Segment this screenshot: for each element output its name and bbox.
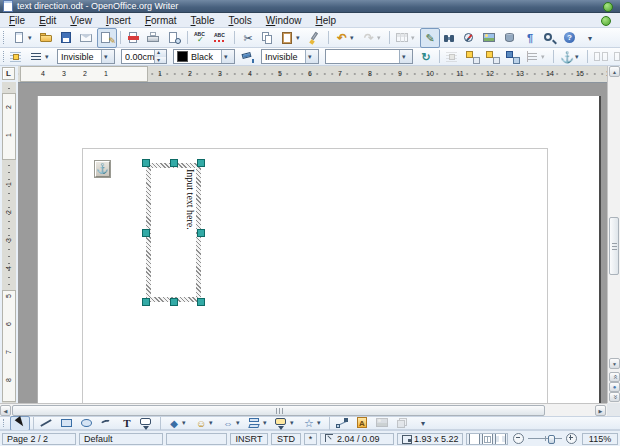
scroll-up-button[interactable]	[609, 66, 620, 77]
paste-button[interactable]	[278, 28, 305, 48]
view-multiple-pages-button[interactable]	[482, 433, 493, 445]
change-anchor-button[interactable]	[557, 47, 584, 67]
status-insert-mode[interactable]: INSRT	[230, 433, 268, 445]
menu-insert[interactable]: Insert	[99, 14, 138, 27]
line-style-button[interactable]	[27, 47, 54, 67]
select-tool-button[interactable]	[10, 416, 30, 431]
vertical-scroll-track[interactable]	[608, 78, 620, 358]
dropdown-arrow-icon[interactable]	[101, 50, 114, 63]
block-arrows-button[interactable]	[218, 416, 245, 431]
menu-edit[interactable]: Edit	[32, 14, 63, 27]
selection-handle[interactable]	[197, 229, 205, 237]
find-and-replace-button[interactable]	[440, 28, 460, 48]
arrange-button[interactable]	[503, 47, 523, 67]
auto-spellcheck-button[interactable]	[211, 28, 231, 48]
rectangle-tool-button[interactable]	[57, 416, 77, 431]
titlebar-right-icon[interactable]	[603, 2, 613, 12]
selection-handle[interactable]	[142, 229, 150, 237]
export-as-pdf-button[interactable]	[124, 28, 144, 48]
background-color-button[interactable]	[238, 47, 258, 67]
menu-view[interactable]: View	[63, 14, 99, 27]
vertical-ruler[interactable]: 2112345678	[2, 82, 16, 403]
selection-handle[interactable]	[170, 159, 178, 167]
horizontal-scroll-thumb[interactable]	[12, 405, 545, 416]
view-single-page-button[interactable]	[469, 433, 480, 445]
vertical-scroll-thumb[interactable]	[609, 217, 619, 275]
tab-stop-type-selector[interactable]: L	[2, 67, 15, 80]
text-frame[interactable]: Input text here.	[146, 163, 201, 302]
spelling-and-grammar-button[interactable]	[191, 28, 211, 48]
ellipse-tool-button[interactable]	[77, 416, 97, 431]
document-view[interactable]: ⚓ Input text here.	[18, 82, 607, 404]
line-color-select[interactable]: Black	[173, 49, 235, 64]
toolbar-options-button[interactable]	[413, 416, 433, 431]
menubar-right-icon[interactable]	[601, 16, 611, 26]
fontwork-gallery-button[interactable]	[353, 416, 373, 431]
scroll-left-button[interactable]	[0, 405, 11, 416]
scroll-right-button[interactable]	[595, 405, 606, 416]
navigator-button[interactable]	[460, 28, 480, 48]
menu-help[interactable]: Help	[308, 14, 343, 27]
page-preview-button[interactable]	[164, 28, 184, 48]
toolbar-options-button[interactable]	[580, 28, 600, 48]
wrap-button[interactable]	[7, 47, 27, 67]
menu-window[interactable]: Window	[259, 14, 309, 27]
new-document-button[interactable]	[10, 28, 37, 48]
navigation-button[interactable]	[609, 382, 620, 392]
horizontal-ruler[interactable]: 432112345678910111213141516	[18, 66, 607, 83]
document-as-email-button[interactable]	[77, 28, 97, 48]
zoom-button[interactable]	[540, 28, 560, 48]
line-width-input[interactable]: 0.00cm	[121, 49, 167, 64]
save-document-button[interactable]	[57, 28, 77, 48]
open-document-button[interactable]	[37, 28, 57, 48]
selection-handle[interactable]	[197, 298, 205, 306]
cut-button[interactable]	[238, 28, 258, 48]
view-book-mode-button[interactable]	[495, 433, 506, 445]
freeform-line-tool-button[interactable]	[97, 416, 117, 431]
edit-file-button[interactable]	[97, 28, 117, 48]
flowcharts-button[interactable]	[245, 416, 272, 431]
fill-style-select[interactable]: Invisible	[261, 49, 319, 64]
selection-handle[interactable]	[142, 159, 150, 167]
line-tool-button[interactable]	[37, 416, 57, 431]
selection-handle[interactable]	[142, 298, 150, 306]
dropdown-arrow-icon[interactable]	[221, 50, 234, 63]
status-selection-mode[interactable]: STD	[271, 433, 301, 445]
bring-to-front-button[interactable]	[463, 47, 483, 67]
copy-button[interactable]	[258, 28, 278, 48]
callouts-button[interactable]	[272, 416, 299, 431]
data-sources-button[interactable]	[500, 28, 520, 48]
status-zoom-level[interactable]: 115%	[582, 433, 618, 445]
selection-handle[interactable]	[197, 159, 205, 167]
text-frame-interior[interactable]: Input text here.	[151, 168, 196, 297]
vertical-scrollbar[interactable]	[607, 66, 620, 403]
dropdown-arrow-icon[interactable]	[399, 50, 412, 63]
scroll-down-button[interactable]	[609, 358, 620, 369]
dropdown-arrow-icon[interactable]	[305, 50, 318, 63]
selection-handle[interactable]	[170, 298, 178, 306]
basic-shapes-button[interactable]	[164, 416, 191, 431]
previous-page-button[interactable]	[609, 372, 620, 382]
frame-vertical-text[interactable]: Input text here.	[151, 169, 196, 297]
send-to-back-button[interactable]	[483, 47, 503, 67]
zoom-in-button[interactable]	[566, 433, 577, 444]
nonprinting-characters-button[interactable]	[520, 28, 540, 48]
gallery-button[interactable]	[480, 28, 500, 48]
undo-button[interactable]	[332, 28, 359, 48]
zoom-slider[interactable]	[528, 438, 562, 439]
status-page-number[interactable]: Page 2 / 2	[2, 433, 76, 445]
callout-tool-button[interactable]	[137, 416, 157, 431]
print-file-button[interactable]	[144, 28, 164, 48]
rotate-button[interactable]	[416, 47, 436, 67]
menu-table[interactable]: Table	[184, 14, 222, 27]
border-style-select[interactable]: Invisible	[57, 49, 115, 64]
fill-color-select[interactable]	[325, 49, 413, 64]
menu-tools[interactable]: Tools	[221, 14, 258, 27]
zoom-slider-thumb[interactable]	[548, 435, 555, 444]
format-paintbrush-button[interactable]	[305, 28, 325, 48]
show-draw-functions-button[interactable]	[420, 28, 440, 48]
text-tool-button[interactable]	[117, 416, 137, 431]
titlebar[interactable]: text direction.odt - OpenOffice.org Writ…	[0, 0, 620, 13]
symbol-shapes-button[interactable]	[191, 416, 218, 431]
horizontal-scrollbar[interactable]	[0, 403, 607, 416]
